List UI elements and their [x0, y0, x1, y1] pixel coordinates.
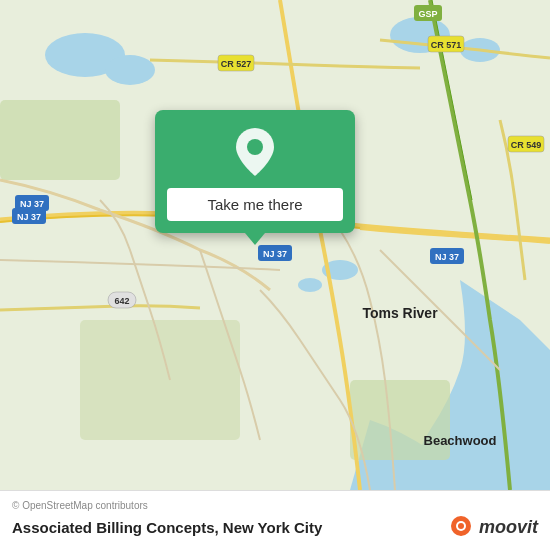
svg-point-30: [247, 139, 263, 155]
svg-text:NJ 37: NJ 37: [435, 252, 459, 262]
popup-card: Take me there: [155, 110, 355, 233]
map-svg: NJ 37 NJ 37 NJ 37 CR 527 CR 571 CR 549 G…: [0, 0, 550, 490]
moovit-brand-icon: [447, 514, 475, 542]
svg-text:642: 642: [114, 296, 129, 306]
svg-rect-8: [350, 380, 450, 460]
svg-point-2: [105, 55, 155, 85]
svg-rect-9: [80, 320, 240, 440]
copyright-text: © OpenStreetMap contributors: [12, 500, 538, 511]
svg-text:CR 571: CR 571: [431, 40, 462, 50]
svg-text:NJ 37: NJ 37: [263, 249, 287, 259]
svg-text:Toms River: Toms River: [362, 305, 438, 321]
location-name: Associated Billing Concepts, New York Ci…: [12, 519, 322, 536]
svg-point-6: [298, 278, 322, 292]
svg-text:CR 549: CR 549: [511, 140, 542, 150]
map-container: NJ 37 NJ 37 NJ 37 CR 527 CR 571 CR 549 G…: [0, 0, 550, 490]
take-me-there-button[interactable]: Take me there: [167, 188, 343, 221]
location-name-row: Associated Billing Concepts, New York Ci…: [12, 514, 538, 542]
svg-point-33: [458, 523, 464, 529]
svg-rect-7: [0, 100, 120, 180]
svg-text:GSP: GSP: [418, 9, 437, 19]
moovit-text: moovit: [479, 517, 538, 538]
svg-text:NJ 37: NJ 37: [17, 212, 41, 222]
bottom-bar: © OpenStreetMap contributors Associated …: [0, 490, 550, 550]
location-pin-icon: [229, 126, 281, 178]
svg-text:CR 527: CR 527: [221, 59, 252, 69]
moovit-logo: moovit: [447, 514, 538, 542]
svg-text:NJ 37: NJ 37: [20, 199, 44, 209]
svg-text:Beachwood: Beachwood: [424, 433, 497, 448]
